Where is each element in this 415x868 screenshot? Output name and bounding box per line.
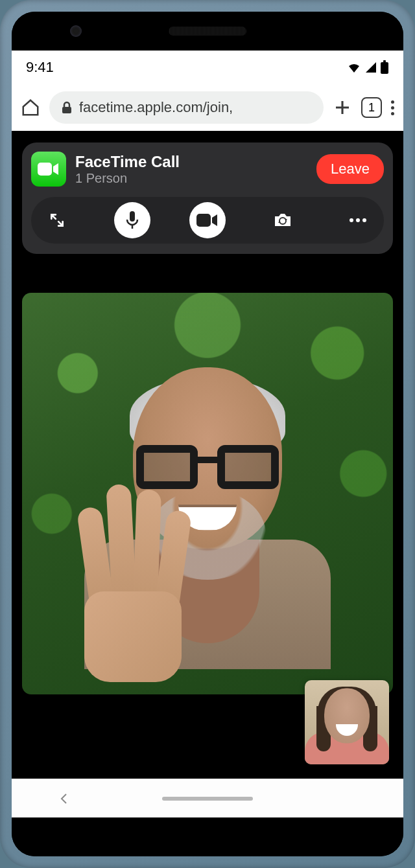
cellular-icon	[364, 61, 377, 74]
phone-screen: 9:41 facetime.apple.com/join, 1	[12, 12, 403, 856]
self-video-tile[interactable]	[305, 680, 389, 764]
screen-content: 9:41 facetime.apple.com/join, 1	[12, 51, 403, 817]
phone-device-frame: 9:41 facetime.apple.com/join, 1	[0, 0, 415, 868]
banner-titles: FaceTime Call 1 Person	[75, 153, 307, 186]
browser-menu-icon[interactable]	[391, 100, 394, 115]
home-gesture-pill[interactable]	[162, 797, 253, 801]
new-tab-icon[interactable]	[333, 98, 352, 117]
svg-rect-6	[130, 211, 135, 222]
svg-point-10	[356, 218, 360, 222]
flip-camera-button[interactable]	[265, 202, 301, 238]
microphone-icon	[125, 211, 139, 230]
front-camera	[70, 25, 82, 37]
top-bezel	[12, 12, 403, 51]
camera-toggle-button[interactable]	[189, 202, 226, 238]
camera-icon	[196, 213, 219, 227]
svg-rect-2	[62, 107, 71, 113]
more-icon	[348, 218, 368, 223]
facetime-app-icon	[31, 152, 66, 187]
banner-header: FaceTime Call 1 Person Leave	[31, 152, 384, 187]
wifi-icon	[346, 61, 362, 74]
bottom-bezel	[12, 817, 403, 856]
svg-rect-0	[381, 62, 388, 74]
video-icon	[38, 161, 60, 177]
speaker-grille	[169, 27, 246, 36]
status-time: 9:41	[26, 59, 54, 76]
call-title: FaceTime Call	[75, 153, 307, 171]
call-banner: FaceTime Call 1 Person Leave	[22, 143, 393, 254]
flip-camera-icon	[273, 212, 292, 229]
svg-point-11	[362, 218, 366, 222]
tabs-button[interactable]: 1	[361, 97, 382, 118]
call-subtitle: 1 Person	[75, 171, 307, 186]
remote-participant	[84, 358, 331, 669]
url-bar[interactable]: facetime.apple.com/join,	[49, 91, 324, 124]
status-bar: 9:41	[12, 51, 403, 84]
url-text: facetime.apple.com/join,	[79, 99, 233, 116]
android-nav-bar	[12, 779, 403, 817]
svg-rect-8	[196, 214, 211, 227]
more-button[interactable]	[340, 202, 376, 238]
expand-icon	[49, 212, 65, 229]
browser-toolbar: facetime.apple.com/join, 1	[12, 84, 403, 131]
expand-button[interactable]	[39, 202, 75, 238]
mute-button[interactable]	[114, 202, 150, 238]
lock-icon	[61, 101, 73, 114]
leave-label: Leave	[331, 161, 370, 177]
svg-rect-1	[383, 60, 386, 62]
tab-count-value: 1	[368, 101, 375, 115]
battery-icon	[380, 60, 389, 74]
remote-video-tile[interactable]	[22, 293, 393, 694]
call-controls	[31, 197, 384, 244]
svg-rect-5	[38, 163, 52, 176]
back-icon[interactable]	[58, 792, 71, 805]
leave-button[interactable]: Leave	[316, 154, 384, 184]
video-call-area: FaceTime Call 1 Person Leave	[12, 131, 403, 779]
home-icon[interactable]	[21, 98, 40, 117]
status-icons	[346, 60, 389, 74]
svg-point-9	[350, 218, 353, 222]
